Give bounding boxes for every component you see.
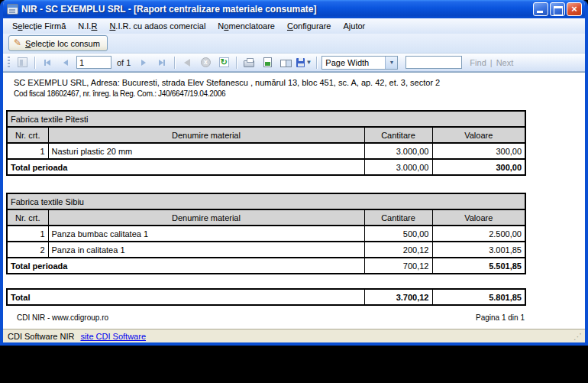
label-post: onfigurare xyxy=(293,21,331,31)
stop-button[interactable]: x xyxy=(198,55,213,70)
cell-valoare: 3.001,85 xyxy=(432,242,525,258)
app-icon xyxy=(7,4,18,15)
button-label: Selecție loc consum xyxy=(25,39,100,48)
label-accel: R xyxy=(91,21,97,31)
col-header-material: Denumire material xyxy=(48,209,364,226)
grand-total-label: Total xyxy=(7,289,364,305)
next-page-icon xyxy=(141,60,146,66)
printer-icon xyxy=(244,60,254,67)
toolbar-separator xyxy=(316,57,317,69)
label-pre: A xyxy=(343,21,348,31)
col-header-nr: Nr. crt. xyxy=(7,127,48,143)
first-page-button[interactable] xyxy=(40,55,55,70)
refresh-icon: ↻ xyxy=(219,57,229,67)
group-spacer xyxy=(3,274,585,288)
col-header-cantitate: Cantitare xyxy=(364,209,432,226)
cell-nr: 2 xyxy=(7,242,48,258)
cell-nr: 1 xyxy=(7,226,48,242)
column-header-row: Nr. crt. Denumire material Cantitare Val… xyxy=(7,127,525,143)
total-cantitate: 700,12 xyxy=(364,258,432,274)
grand-total-valoare: 5.801,85 xyxy=(432,289,525,305)
window-title: NIR - SC EXEMPLU SRL - [Raport centraliz… xyxy=(21,4,530,15)
group-name: Fabrica textile Sibiu xyxy=(7,193,525,209)
label-post: lecție Firmă xyxy=(22,21,66,31)
menu-bar: Selecție Firmă N.I.R N.I.R. cu adaos com… xyxy=(3,18,585,34)
zoom-select[interactable]: Page Width ▼ xyxy=(321,56,398,70)
next-page-button[interactable] xyxy=(136,55,151,70)
label-post: menclatoare xyxy=(228,21,275,31)
page-setup-button[interactable] xyxy=(278,55,293,70)
resize-grip-icon[interactable]: ⋰ xyxy=(573,333,582,340)
col-header-valoare: Valoare xyxy=(432,209,525,226)
previous-page-button[interactable] xyxy=(58,55,73,70)
report-footer-left: CDI NIR - www.cdigroup.ro xyxy=(6,313,108,322)
report-footer: CDI NIR - www.cdigroup.ro Pagina 1 din 1 xyxy=(6,313,525,322)
cell-cantitate: 500,00 xyxy=(364,226,432,242)
screen: NIR - SC EXEMPLU SRL - [Raport centraliz… xyxy=(0,0,588,383)
minimize-button[interactable] xyxy=(533,2,548,16)
group-total-row: Total perioada 700,12 5.501,85 xyxy=(7,258,525,274)
cell-material: Nasturi plastic 20 mm xyxy=(48,143,364,159)
back-arrow-icon xyxy=(184,59,190,67)
table-row: 1 Nasturi plastic 20 mm 3.000,00 300,00 xyxy=(7,143,525,159)
label-accel: C xyxy=(287,21,293,31)
total-valoare: 300,00 xyxy=(432,159,525,175)
refresh-button[interactable]: ↻ xyxy=(216,55,231,70)
cell-valoare: 2.500,00 xyxy=(432,226,525,242)
chevron-down-icon: ▼ xyxy=(385,57,397,69)
page-setup-icon xyxy=(280,60,292,67)
brush-icon: ✎ xyxy=(14,39,21,47)
find-input[interactable] xyxy=(405,56,462,69)
site-link[interactable]: site CDI Software xyxy=(80,332,146,341)
menu-item-selectie-firma[interactable]: Selecție Firmă xyxy=(6,19,72,33)
toolbar-separator xyxy=(174,57,175,69)
label-post: elecție loc consum xyxy=(31,39,100,48)
menu-item-ajutor[interactable]: Ajutor xyxy=(337,19,371,33)
toolbar-grip xyxy=(8,57,10,69)
print-button[interactable] xyxy=(241,55,257,70)
group-total-row: Total perioada 3.000,00 300,00 xyxy=(7,159,525,175)
menu-item-nomenclatoare[interactable]: Nomenclatoare xyxy=(212,19,281,33)
last-page-button[interactable] xyxy=(154,55,170,70)
col-header-valoare: Valoare xyxy=(432,127,525,143)
cell-cantitate: 3.000,00 xyxy=(364,143,432,159)
group-header-row: Fabrica textile Sibiu xyxy=(7,193,525,209)
total-valoare: 5.501,85 xyxy=(432,258,525,274)
total-cantitate: 3.000,00 xyxy=(364,159,432,175)
group-header-row: Fabrica textile Pitesti xyxy=(7,111,525,127)
previous-page-icon xyxy=(63,60,68,66)
table-row: 2 Panza in calitatea 1 200,12 3.001,85 xyxy=(7,242,525,258)
maximize-button[interactable] xyxy=(550,2,565,16)
back-button[interactable] xyxy=(179,55,195,70)
report-viewer-toolbar: of 1 x ↻ ▼ Page Width ▼ Find | Next xyxy=(3,54,585,72)
print-layout-button[interactable] xyxy=(260,55,275,70)
group-table-pitesti: Fabrica textile Pitesti Nr. crt. Denumir… xyxy=(6,110,526,176)
page-count-label: of 1 xyxy=(115,58,133,67)
menu-item-configurare[interactable]: Configurare xyxy=(281,19,338,33)
menu-item-nir[interactable]: N.I.R xyxy=(72,19,103,33)
close-button[interactable]: × xyxy=(567,2,582,16)
table-row: 1 Panza bumbac calitatea 1 500,00 2.500,… xyxy=(7,226,525,242)
menu-item-nir-adaos[interactable]: N.I.R. cu adaos comercial xyxy=(103,19,212,33)
cell-nr: 1 xyxy=(7,143,48,159)
find-next-separator: | xyxy=(490,58,493,67)
title-bar: NIR - SC EXEMPLU SRL - [Raport centraliz… xyxy=(3,0,585,18)
next-button[interactable]: Next xyxy=(496,58,514,67)
total-label: Total perioada xyxy=(7,159,364,175)
cell-valoare: 300,00 xyxy=(432,143,525,159)
status-bar: CDI Software NIR site CDI Software ⋰ xyxy=(3,329,585,342)
col-header-cantitate: Cantitare xyxy=(364,127,432,143)
group-spacer xyxy=(3,176,585,193)
document-map-button[interactable] xyxy=(15,55,30,70)
group-table-sibiu: Fabrica textile Sibiu Nr. crt. Denumire … xyxy=(6,193,526,274)
window-controls: × xyxy=(533,2,582,16)
export-button[interactable]: ▼ xyxy=(296,55,312,70)
app-window: NIR - SC EXEMPLU SRL - [Raport centraliz… xyxy=(0,0,588,346)
page-number-input[interactable] xyxy=(76,56,111,69)
group-name: Fabrica textile Pitesti xyxy=(7,111,525,127)
find-button[interactable]: Find xyxy=(470,58,486,67)
selectie-loc-consum-button[interactable]: ✎ Selecție loc consum xyxy=(8,35,108,51)
total-label: Total perioada xyxy=(7,258,364,274)
grand-total-row: Total 3.700,12 5.801,85 xyxy=(7,289,525,305)
document-map-icon xyxy=(18,57,27,67)
